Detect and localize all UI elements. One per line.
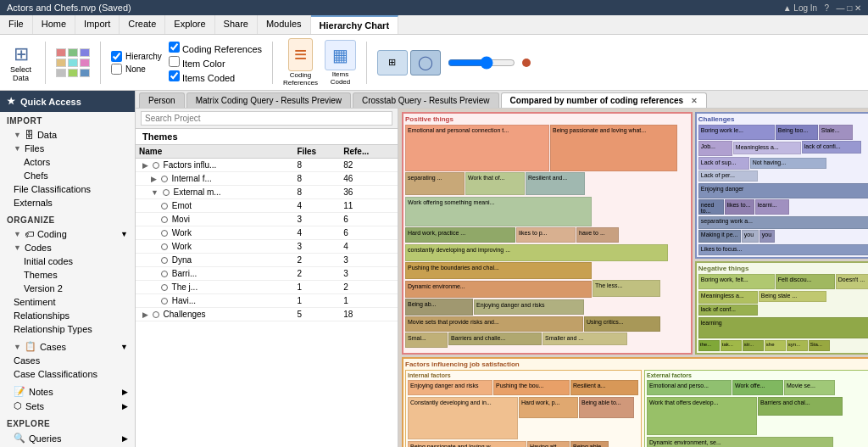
table-row[interactable]: ▶ Factors influ... 8 82	[136, 159, 398, 172]
block-beingab[interactable]: Being ab...	[405, 299, 473, 316]
block-pushing[interactable]: Pushing the boundaries and chal...	[405, 262, 592, 279]
tab-matrix-coding[interactable]: Matrix Coding Query - Results Preview	[186, 92, 351, 108]
sidebar-item-relationships[interactable]: Relationships	[0, 309, 135, 322]
if-block-beingable[interactable]: Being able to...	[579, 397, 634, 418]
sidebar-item-codes[interactable]: ▼ Codes	[0, 241, 135, 254]
block-workof[interactable]: Work that of...	[465, 172, 525, 195]
ef-block-emotional[interactable]: Emotional and perso...	[647, 380, 732, 395]
sidebar-item-externals[interactable]: Externals	[0, 196, 135, 210]
tab-hierarchy-chart[interactable]: Hierarchy Chart	[311, 15, 399, 34]
block-movie-sets[interactable]: Movie sets that provide risks and...	[405, 316, 583, 332]
block-stale[interactable]: Stale...	[819, 125, 853, 140]
block-learni[interactable]: learni...	[755, 199, 789, 215]
block-work-offering[interactable]: Work offering something meani...	[405, 197, 592, 226]
tab-person[interactable]: Person	[139, 92, 185, 108]
block-passionate[interactable]: Being passionate and loving what...	[550, 125, 677, 171]
col-files[interactable]: Files	[293, 145, 340, 159]
block-theless[interactable]: The less...	[593, 280, 660, 297]
block-neg4[interactable]: she	[765, 340, 786, 351]
sidebar-item-relationship-types[interactable]: Relationship Types	[0, 322, 135, 336]
block-neg6[interactable]: Sta...	[809, 340, 830, 351]
block-have-to[interactable]: have to ...	[576, 227, 619, 243]
if-block-enjoying[interactable]: Enjoying danger and risks	[408, 380, 492, 395]
sidebar-item-file-classifications[interactable]: File Classifications	[0, 182, 135, 196]
tab-modules[interactable]: Modules	[258, 15, 311, 34]
tab-compared-close[interactable]: ✕	[691, 97, 698, 105]
view-chart-button[interactable]: ◯	[410, 50, 441, 75]
block-neg1[interactable]: the...	[698, 340, 720, 351]
block-enjoying[interactable]: Enjoying danger and risks	[474, 299, 584, 315]
table-row[interactable]: Havi... 1 1	[136, 294, 398, 308]
table-row[interactable]: Work 4 6	[136, 226, 398, 240]
if-block-resilient[interactable]: Resilient a...	[570, 380, 638, 395]
block-beingtoo[interactable]: Being too...	[776, 125, 818, 140]
row-expand[interactable]: ▶	[142, 310, 148, 319]
sidebar-item-initial-codes[interactable]: Initial codes	[0, 254, 135, 268]
ef-block-movieset[interactable]: Movie se...	[784, 380, 835, 395]
coding-refs-checkbox[interactable]	[169, 42, 180, 53]
sidebar-item-cases[interactable]: Cases	[0, 354, 135, 367]
if-block-constantly[interactable]: Constantly developing and in...	[408, 397, 518, 439]
sidebar-item-actors[interactable]: Actors	[0, 155, 135, 169]
sidebar-item-case-classifications[interactable]: Case Classifications	[0, 367, 135, 381]
col-name[interactable]: Name	[136, 145, 293, 159]
block-lack-sup[interactable]: Lack of sup...	[698, 157, 749, 170]
block-being-stale[interactable]: Being stale ...	[759, 291, 826, 302]
search-input[interactable]	[141, 111, 392, 126]
sidebar-item-sets[interactable]: ⬡ Sets ▶	[0, 399, 135, 413]
items-coded-button[interactable]: ▦ ItemsCoded	[325, 40, 356, 86]
hierarchy-checkbox[interactable]	[111, 51, 122, 62]
coding-references-button[interactable]: ≡ CodingReferences	[283, 38, 318, 87]
sidebar-item-themes[interactable]: Themes	[0, 268, 135, 282]
select-data-button[interactable]: ⊞ SelectData	[7, 42, 35, 84]
tab-home[interactable]: Home	[33, 15, 75, 34]
ef-block-workoffers[interactable]: Work that offers develop...	[647, 397, 757, 435]
ef-block-dynamic[interactable]: Dynamic environment, se...	[647, 437, 833, 447]
none-checkbox[interactable]	[111, 64, 122, 75]
block-neg3[interactable]: str...	[743, 340, 764, 351]
block-meaningless[interactable]: Meaningless a...	[733, 142, 801, 154]
block-lack-conf-n[interactable]: lack of conf...	[698, 305, 758, 316]
block-job[interactable]: Job...	[698, 141, 732, 156]
sidebar-item-data[interactable]: ▼ 🗄 Data	[0, 128, 135, 142]
block-lack-conf[interactable]: lack of confi...	[802, 141, 861, 154]
coding-refs-checkbox-label[interactable]: Coding References	[169, 42, 262, 54]
block-separating[interactable]: separating ...	[405, 172, 465, 195]
item-color-checkbox-label[interactable]: Item Color	[169, 56, 262, 69]
sidebar-item-sentiment[interactable]: Sentiment	[0, 295, 135, 309]
table-row[interactable]: ▶ Challenges 5 18	[136, 308, 398, 321]
block-resilient[interactable]: Resilient and...	[526, 172, 585, 195]
sidebar-item-version2[interactable]: Version 2	[0, 282, 135, 295]
table-row[interactable]: Movi 3 6	[136, 213, 398, 226]
table-row[interactable]: The j... 1 2	[136, 281, 398, 294]
block-neg2[interactable]: tak...	[721, 340, 742, 351]
if-block-having-att[interactable]: Having att...	[527, 441, 570, 447]
block-smal[interactable]: Smal...	[405, 332, 448, 348]
block-learning[interactable]: learning	[698, 317, 868, 338]
table-row[interactable]: ▶ Internal f... 8 46	[136, 172, 398, 186]
items-coded-checkbox-label[interactable]: Items Coded	[169, 70, 262, 83]
tab-explore[interactable]: Explore	[165, 15, 214, 34]
if-block-pushing[interactable]: Pushing the bou...	[493, 380, 570, 395]
block-constantly[interactable]: constantly developing and improving ...	[405, 244, 668, 261]
block-smaller[interactable]: Smaller and ...	[542, 332, 627, 345]
block-you[interactable]: you	[742, 230, 759, 243]
if-block-passionate[interactable]: Being passionate and loving w...	[408, 441, 526, 447]
block-emotional[interactable]: Emotional and personal connection t...	[405, 125, 549, 171]
zoom-slider[interactable]	[448, 56, 515, 70]
none-checkbox-label[interactable]: None	[111, 64, 162, 75]
sidebar-item-coding[interactable]: ▼ 🏷 Coding ▼	[0, 227, 135, 241]
block-boring-work-n[interactable]: Boring work, felt...	[698, 274, 775, 289]
row-expand[interactable]: ▼	[151, 188, 159, 197]
block-likes-focus[interactable]: Likes to focus...	[698, 244, 868, 255]
ef-block-workof[interactable]: Work offe...	[732, 380, 783, 395]
table-row[interactable]: ▼ External m... 8 36	[136, 186, 398, 199]
col-refs[interactable]: Refe...	[340, 145, 398, 159]
table-row[interactable]: Dyna 2 3	[136, 254, 398, 267]
hierarchy-checkbox-label[interactable]: Hierarchy	[111, 51, 162, 62]
sidebar-item-queries[interactable]: 🔍 Queries ▶	[0, 431, 135, 445]
ef-block-barriers[interactable]: Barriers and chal...	[758, 397, 843, 416]
tab-import[interactable]: Import	[75, 15, 120, 34]
sidebar-item-files[interactable]: ▼ Files	[0, 142, 135, 155]
items-coded-checkbox[interactable]	[169, 70, 180, 81]
